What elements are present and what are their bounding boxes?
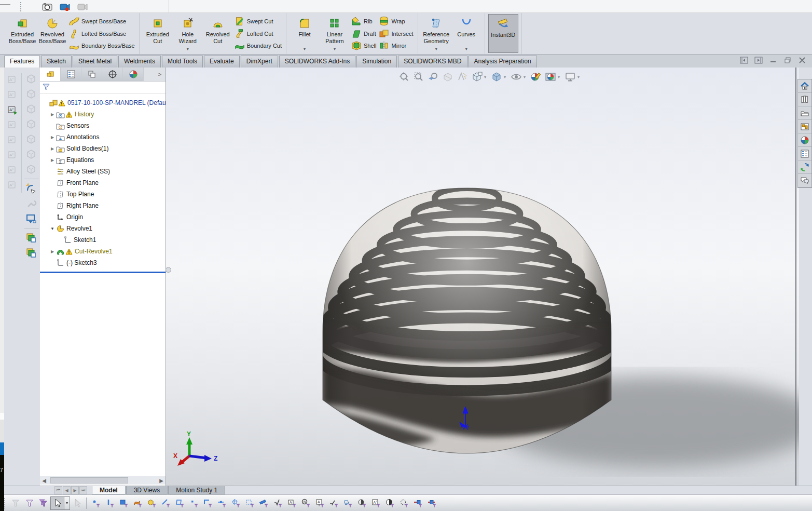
filter-sketch-points-icon[interactable]: [187, 496, 201, 510]
filter-annotations-icon[interactable]: A°: [369, 496, 383, 510]
view-orientation-icon[interactable]: [470, 70, 484, 84]
record-video-icon[interactable]: [58, 1, 72, 12]
close-icon[interactable]: [797, 56, 807, 65]
tree-expander-icon[interactable]: ▶: [49, 158, 56, 163]
tab-weldments[interactable]: Weldments: [118, 56, 161, 68]
ribbon-lofted-boss-button[interactable]: Lofted Boss/Base: [68, 28, 135, 39]
filter-vertices-icon[interactable]: [89, 496, 103, 510]
filter-edges-icon[interactable]: [103, 496, 117, 510]
dropdown-caret-icon[interactable]: ▾: [187, 47, 189, 51]
filter-dowel-pins-icon[interactable]: [397, 496, 411, 510]
tree-item-front-plane[interactable]: Front Plane: [40, 177, 166, 189]
ribbon-extruded-cut-button[interactable]: ExtrudedCut: [143, 14, 173, 53]
tree-expander-icon[interactable]: ▶: [49, 249, 56, 254]
toolbar-grip[interactable]: [20, 2, 22, 11]
ribbon-swept-boss-button[interactable]: Swept Boss/Base: [68, 16, 135, 27]
filter-stack-icon[interactable]: [36, 496, 50, 510]
filter-toggle-icon[interactable]: [22, 496, 36, 510]
filter-connection-points-icon[interactable]: [411, 496, 425, 510]
scrollbar-thumb[interactable]: [50, 477, 128, 483]
filter-midpoints-icon[interactable]: [215, 496, 229, 510]
display-style-icon[interactable]: [489, 70, 504, 84]
next-tab-icon[interactable]: ▶: [71, 486, 79, 494]
configuration-manager-tab[interactable]: [81, 68, 102, 81]
filter-planes-icon[interactable]: [173, 496, 187, 510]
filter-axes-icon[interactable]: [159, 496, 173, 510]
screenshot-camera-icon[interactable]: [40, 1, 54, 12]
dropdown-caret-icon[interactable]: ▾: [524, 75, 529, 79]
panel-expand-chevron[interactable]: >: [154, 68, 166, 81]
tree-item-equations[interactable]: ▶ΣEquations: [40, 154, 166, 166]
minimize-icon[interactable]: [768, 56, 778, 65]
ribbon-draft-button[interactable]: Draft: [351, 28, 376, 39]
dropdown-caret-icon[interactable]: ▾: [304, 47, 306, 51]
filter-solid-bodies-icon[interactable]: [145, 496, 159, 510]
filter-sketch-segments-icon[interactable]: [201, 496, 215, 510]
filter-centerlines-icon[interactable]: [243, 496, 257, 510]
tree-expander-icon[interactable]: ▶: [49, 112, 56, 117]
tab-solidworks-mbd[interactable]: SOLIDWORKS MBD: [398, 56, 467, 68]
tree-item-annotations[interactable]: ▶AAnnotations: [40, 131, 166, 143]
apply-scene-icon[interactable]: [543, 70, 558, 84]
tree-item-right-plane[interactable]: Right Plane: [40, 200, 166, 211]
appearance-stack-icon[interactable]: [24, 231, 38, 245]
note-insert-icon[interactable]: A°: [5, 103, 20, 117]
ribbon-linear-pattern-button[interactable]: LinearPattern▾: [320, 14, 350, 53]
tree-item-solid-bodies-1[interactable]: ▶Solid Bodies(1): [40, 143, 166, 154]
tree-expander-icon[interactable]: ▼: [49, 226, 56, 231]
select-dropdown-caret-icon[interactable]: ▾: [64, 496, 70, 510]
filter-datum-targets-icon[interactable]: [355, 496, 369, 510]
tab-mold-tools[interactable]: Mold Tools: [162, 56, 203, 68]
zoom-area-icon[interactable]: [411, 70, 426, 84]
tab-simulation[interactable]: Simulation: [356, 56, 397, 68]
dropdown-caret-icon[interactable]: ▾: [558, 75, 563, 79]
tree-horizontal-scrollbar[interactable]: ◀ ▶: [40, 476, 166, 485]
hide-show-items-icon[interactable]: [509, 70, 524, 84]
filter-datums-icon[interactable]: A: [285, 496, 299, 510]
filter-balloons-icon[interactable]: A: [313, 496, 327, 510]
ribbon-rib-button[interactable]: Rib: [351, 16, 376, 27]
ribbon-boundary-boss-button[interactable]: Boundary Boss/Base: [68, 40, 135, 51]
tree-item-revolve1[interactable]: ▼Revolve1: [40, 223, 166, 234]
prev-tab-icon[interactable]: ◀: [63, 486, 71, 494]
filter-surface-finish-icon[interactable]: [271, 496, 285, 510]
property-manager-tab[interactable]: [61, 68, 81, 81]
first-tab-icon[interactable]: ⏮: [54, 486, 62, 494]
ribbon-curves-button[interactable]: Curves▾: [451, 14, 481, 53]
capture-3d-view-icon[interactable]: [24, 181, 38, 196]
filter-routing-points-icon[interactable]: [425, 496, 439, 510]
scroll-left-arrow[interactable]: ◀: [40, 478, 48, 483]
tab-analysis-preparation[interactable]: Analysis Preparation: [469, 56, 537, 68]
forum-icon[interactable]: [798, 160, 811, 174]
model-tab-model[interactable]: Model: [92, 486, 126, 494]
tree-item-sketch1[interactable]: Sketch1: [40, 234, 166, 246]
tree-item-0517-10-100-sp-mandrel-default[interactable]: 0517-10-100-SP-MANDREL (Default<: [40, 97, 166, 109]
custom-properties-icon[interactable]: [798, 147, 811, 160]
view-palette-icon[interactable]: [798, 120, 811, 133]
zoom-fit-icon[interactable]: [397, 70, 411, 84]
dropdown-caret-icon[interactable]: ▾: [435, 47, 437, 51]
dropdown-caret-icon[interactable]: ▾: [334, 47, 336, 51]
view-settings-icon[interactable]: [563, 70, 577, 84]
last-tab-icon[interactable]: ⏭: [79, 486, 87, 494]
dropdown-caret-icon[interactable]: ▾: [504, 75, 509, 79]
filter-surface-bodies-icon[interactable]: [131, 496, 145, 510]
ribbon-intersect-button[interactable]: Intersect: [378, 28, 413, 39]
model-tab-3d-views[interactable]: 3D Views: [126, 486, 168, 494]
filter-weld-symbols-icon[interactable]: [327, 496, 341, 510]
display-state-icon[interactable]: [24, 211, 38, 226]
ribbon-extruded-boss-button[interactable]: ExtrudedBoss/Base: [7, 14, 37, 53]
task-pane-splitter[interactable]: [795, 68, 796, 486]
edit-appearance-icon[interactable]: [529, 70, 543, 84]
tab-features[interactable]: Features: [4, 56, 40, 68]
scroll-right-arrow[interactable]: ▶: [157, 478, 166, 483]
previous-view-icon[interactable]: [426, 70, 441, 84]
ribbon-shell-button[interactable]: Shell: [351, 40, 376, 51]
ribbon-lofted-cut-button[interactable]: Lofted Cut: [234, 28, 282, 39]
restore-icon[interactable]: [783, 56, 792, 65]
pane-left-icon[interactable]: [739, 56, 749, 65]
ribbon-mirror-button[interactable]: Mirror: [378, 40, 413, 51]
dropdown-caret-icon[interactable]: ▾: [577, 75, 583, 79]
comments-icon[interactable]: [798, 174, 811, 187]
tab-evaluate[interactable]: Evaluate: [204, 56, 240, 68]
